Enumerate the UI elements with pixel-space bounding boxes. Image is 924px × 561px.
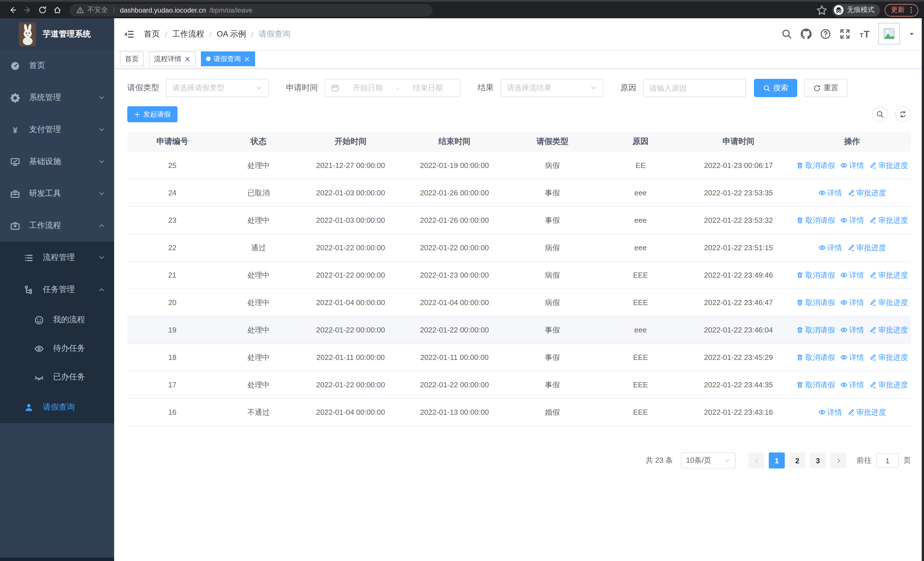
detail-link[interactable]: 详情 xyxy=(840,352,864,362)
cancel-leave-link[interactable]: 取消请假 xyxy=(796,160,835,170)
breadcrumb-item-workflow[interactable]: 工作流程 xyxy=(172,29,204,39)
cancel-leave-link[interactable]: 取消请假 xyxy=(796,270,835,280)
sidebar-item-leave-query[interactable]: 请假查询 xyxy=(0,391,114,423)
eye-icon xyxy=(840,162,848,169)
approval-progress-link[interactable]: 审批进度 xyxy=(869,270,908,280)
page-size-select[interactable]: 10条/页 xyxy=(681,453,736,468)
detail-link[interactable]: 详情 xyxy=(840,380,864,390)
sidebar-item-label: 请假查询 xyxy=(43,402,75,412)
eye-icon xyxy=(840,381,848,388)
leave-type-select[interactable]: 请选择请假类型 xyxy=(166,79,269,97)
search-icon[interactable] xyxy=(782,29,792,39)
page-content: 请假类型 请选择请假类型 申请时间 开始日期 - 结束日期 xyxy=(114,69,924,561)
action-label: 详情 xyxy=(849,215,864,226)
close-icon[interactable] xyxy=(184,56,190,62)
jump-page-input[interactable] xyxy=(876,453,899,468)
sidebar-item-task-management[interactable]: 任务管理 xyxy=(0,274,114,305)
show-search-button[interactable] xyxy=(872,106,888,122)
create-leave-button[interactable]: 发起请假 xyxy=(127,106,177,122)
sidebar-item-dev-tools[interactable]: 研发工具 xyxy=(0,177,114,210)
sidebar-item-payment-management[interactable]: ¥支付管理 xyxy=(0,114,114,146)
bookmark-star-icon[interactable] xyxy=(816,4,828,16)
breadcrumb-item-home[interactable]: 首页 xyxy=(144,29,160,39)
tab-process-detail[interactable]: 流程详情 xyxy=(149,51,196,66)
sidebar-item-system-management[interactable]: 系统管理 xyxy=(0,82,114,114)
sidebar-item-workflow[interactable]: 工作流程 xyxy=(0,210,114,242)
cell-reason: EEE xyxy=(597,261,684,289)
sidebar-item-home[interactable]: 首页 xyxy=(0,50,114,82)
approval-progress-link[interactable]: 审批进度 xyxy=(869,215,908,226)
tab-home[interactable]: 首页 xyxy=(120,51,144,66)
browser-update-button[interactable]: 更新 xyxy=(885,4,918,16)
page-button-1[interactable]: 1 xyxy=(769,453,785,468)
refresh-table-button[interactable] xyxy=(895,106,911,122)
browser-back-button[interactable] xyxy=(6,3,20,17)
cancel-leave-link[interactable]: 取消请假 xyxy=(796,297,835,308)
cell-reason: eee xyxy=(597,234,684,261)
kebab-menu-icon[interactable] xyxy=(908,6,915,14)
approval-progress-link[interactable]: 审批进度 xyxy=(869,160,908,170)
detail-link[interactable]: 详情 xyxy=(840,325,864,335)
cell-apply-time: 2022-01-22 23:53:35 xyxy=(684,179,793,206)
address-bar[interactable]: 不安全 dashboard.yudao.iocoder.cn/bpm/oa/le… xyxy=(70,4,433,16)
column-header: 请假类型 xyxy=(507,131,597,152)
detail-link[interactable]: 详情 xyxy=(818,188,842,198)
detail-link[interactable]: 详情 xyxy=(818,242,842,253)
text-size-icon[interactable]: TT xyxy=(859,29,870,39)
approval-progress-link[interactable]: 审批进度 xyxy=(847,188,886,198)
cancel-leave-link[interactable]: 取消请假 xyxy=(796,325,835,335)
detail-link[interactable]: 详情 xyxy=(840,215,864,226)
github-icon[interactable] xyxy=(801,29,812,39)
approval-progress-link[interactable]: 审批进度 xyxy=(869,352,908,362)
browser-forward-button[interactable] xyxy=(21,3,34,17)
detail-link[interactable]: 详情 xyxy=(840,160,864,170)
detail-link[interactable]: 详情 xyxy=(818,407,842,417)
cancel-leave-link[interactable]: 取消请假 xyxy=(796,380,835,390)
app-logo-row[interactable]: 芋道管理系统 xyxy=(0,18,114,50)
detail-link[interactable]: 详情 xyxy=(840,270,864,280)
sidebar-item-todo-tasks[interactable]: 待办任务 xyxy=(0,334,114,363)
tab-leave-query[interactable]: 请假查询 xyxy=(201,51,255,66)
reset-button[interactable]: 重置 xyxy=(804,79,848,97)
chevron-down-icon[interactable] xyxy=(909,31,915,37)
prev-page-button[interactable] xyxy=(748,453,764,468)
approval-progress-link[interactable]: 审批进度 xyxy=(847,242,886,253)
result-select[interactable]: 请选择流结果 xyxy=(501,79,603,97)
apply-time-range-picker[interactable]: 开始日期 - 结束日期 xyxy=(325,79,460,97)
browser-reload-button[interactable] xyxy=(35,3,49,17)
detail-link[interactable]: 详情 xyxy=(840,297,864,308)
page-scrollbar[interactable] xyxy=(922,18,924,561)
filter-apply-time: 申请时间 开始日期 - 结束日期 xyxy=(286,79,460,97)
sidebar-item-process-management[interactable]: 流程管理 xyxy=(0,242,114,274)
table-row: 19处理中2022-01-22 00:00:002022-01-22 00:00… xyxy=(127,316,911,344)
browser-home-button[interactable] xyxy=(50,3,64,17)
table-row: 22通过2022-01-22 00:00:002022-01-22 00:00:… xyxy=(127,234,911,261)
cell-start: 2022-01-22 00:00:00 xyxy=(300,316,402,344)
fullscreen-icon[interactable] xyxy=(840,29,850,39)
next-page-button[interactable] xyxy=(830,453,846,468)
sidebar-item-label: 基础设施 xyxy=(29,156,61,167)
eye-icon xyxy=(818,409,825,416)
approval-progress-link[interactable]: 审批进度 xyxy=(847,407,886,417)
approval-progress-link[interactable]: 审批进度 xyxy=(869,325,908,335)
sidebar-collapse-icon[interactable] xyxy=(123,28,135,40)
reload-icon xyxy=(38,6,46,14)
approval-progress-link[interactable]: 审批进度 xyxy=(869,297,908,308)
avatar[interactable] xyxy=(878,23,900,45)
help-icon[interactable] xyxy=(820,29,831,39)
close-icon[interactable] xyxy=(244,56,250,62)
page-button-2[interactable]: 2 xyxy=(789,453,805,468)
approval-progress-link[interactable]: 审批进度 xyxy=(869,380,908,390)
cancel-leave-link[interactable]: 取消请假 xyxy=(796,352,835,362)
search-button[interactable]: 搜索 xyxy=(754,79,797,97)
sidebar-item-my-processes[interactable]: 我的流程 xyxy=(0,305,114,334)
sidebar-item-infrastructure[interactable]: 基础设施 xyxy=(0,146,114,177)
page-button-3[interactable]: 3 xyxy=(810,453,826,468)
cell-end: 2022-01-22 00:00:00 xyxy=(402,371,507,399)
sidebar-item-done-tasks[interactable]: 已办任务 xyxy=(0,363,114,391)
cell-apply-time: 2022-01-22 23:46:04 xyxy=(684,316,793,344)
reason-input[interactable] xyxy=(650,84,740,92)
breadcrumb-item-oa-example[interactable]: OA 示例 xyxy=(217,29,246,39)
cell-start: 2022-01-22 00:00:00 xyxy=(300,371,402,399)
cancel-leave-link[interactable]: 取消请假 xyxy=(796,215,835,226)
